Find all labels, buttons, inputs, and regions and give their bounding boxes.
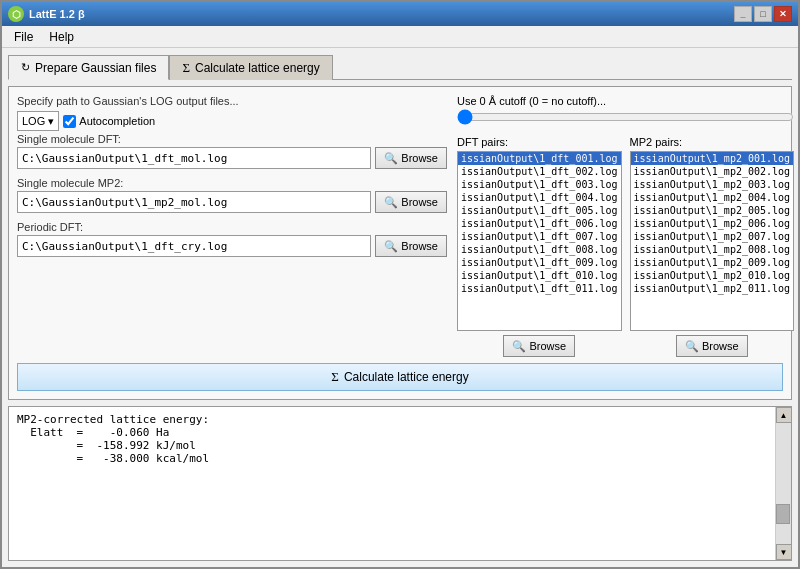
- mp2-list-item[interactable]: issianOutput\1_mp2_003.log: [631, 178, 794, 191]
- scroll-up-arrow[interactable]: ▲: [776, 407, 792, 423]
- dft-list-item[interactable]: issianOutput\1_dft_001.log: [458, 152, 621, 165]
- single-dft-browse-label: Browse: [401, 152, 438, 164]
- periodic-dft-browse-label: Browse: [401, 240, 438, 252]
- periodic-dft-browse-button[interactable]: 🔍 Browse: [375, 235, 447, 257]
- periodic-dft-label: Periodic DFT:: [17, 221, 447, 233]
- refresh-icon: ↻: [21, 61, 30, 74]
- search-icon-3: 🔍: [384, 240, 398, 253]
- mp2-pairs-browse-label: Browse: [702, 340, 739, 352]
- cutoff-section: Use 0 Å cutoff (0 = no cutoff)...: [457, 95, 794, 128]
- maximize-button[interactable]: □: [754, 6, 772, 22]
- mp2-list-item[interactable]: issianOutput\1_mp2_007.log: [631, 230, 794, 243]
- periodic-dft-input[interactable]: [17, 235, 371, 257]
- tab-prepare-label: Prepare Gaussian files: [35, 61, 156, 75]
- path-label: Specify path to Gaussian's LOG output fi…: [17, 95, 447, 107]
- autocompletion-checkbox-label[interactable]: Autocompletion: [63, 115, 155, 128]
- dft-browse-row: 🔍 Browse: [457, 335, 622, 357]
- minimize-button[interactable]: _: [734, 6, 752, 22]
- single-dft-browse-button[interactable]: 🔍 Browse: [375, 147, 447, 169]
- close-button[interactable]: ✕: [774, 6, 792, 22]
- mp2-browse-row: 🔍 Browse: [630, 335, 795, 357]
- scroll-down-arrow[interactable]: ▼: [776, 544, 792, 560]
- search-icon-2: 🔍: [384, 196, 398, 209]
- dft-list-item[interactable]: issianOutput\1_dft_009.log: [458, 256, 621, 269]
- output-scrollbar: ▲ ▼: [775, 407, 791, 560]
- single-mp2-group: Single molecule MP2: 🔍 Browse: [17, 177, 447, 213]
- single-mp2-input-row: 🔍 Browse: [17, 191, 447, 213]
- periodic-dft-group: Periodic DFT: 🔍 Browse: [17, 221, 447, 257]
- dft-list-item[interactable]: issianOutput\1_dft_011.log: [458, 282, 621, 295]
- autocompletion-checkbox[interactable]: [63, 115, 76, 128]
- dft-pairs-list[interactable]: issianOutput\1_dft_001.logissianOutput\1…: [457, 151, 622, 331]
- single-mp2-browse-button[interactable]: 🔍 Browse: [375, 191, 447, 213]
- mp2-list-item[interactable]: issianOutput\1_mp2_002.log: [631, 165, 794, 178]
- tab-calculate-label: Calculate lattice energy: [195, 61, 320, 75]
- dft-list-item[interactable]: issianOutput\1_dft_004.log: [458, 191, 621, 204]
- scrollbar-track[interactable]: [776, 423, 791, 544]
- calculate-sigma-icon: Σ: [331, 369, 339, 385]
- log-dropdown-label: LOG ▾: [22, 115, 54, 128]
- calculate-button[interactable]: Σ Calculate lattice energy: [17, 363, 783, 391]
- dft-list-item[interactable]: issianOutput\1_dft_003.log: [458, 178, 621, 191]
- left-section: Specify path to Gaussian's LOG output fi…: [17, 95, 447, 357]
- title-bar-title: ⬡ LattE 1.2 β: [8, 6, 85, 22]
- dft-pairs-browse-button[interactable]: 🔍 Browse: [503, 335, 575, 357]
- dft-list-item[interactable]: issianOutput\1_dft_008.log: [458, 243, 621, 256]
- dft-list-item[interactable]: issianOutput\1_dft_006.log: [458, 217, 621, 230]
- cutoff-label: Use 0 Å cutoff (0 = no cutoff)...: [457, 95, 794, 107]
- window-title: LattE 1.2 β: [29, 8, 85, 20]
- mp2-list-item[interactable]: issianOutput\1_mp2_004.log: [631, 191, 794, 204]
- output-area: MP2-corrected lattice energy: Elatt = -0…: [8, 406, 792, 561]
- dft-list-item[interactable]: issianOutput\1_dft_007.log: [458, 230, 621, 243]
- calculate-section: Σ Calculate lattice energy: [17, 363, 783, 391]
- title-bar-buttons: _ □ ✕: [734, 6, 792, 22]
- autocompletion-label: Autocompletion: [79, 115, 155, 127]
- prepare-panel: Specify path to Gaussian's LOG output fi…: [8, 86, 792, 400]
- mp2-pairs-group: MP2 pairs: issianOutput\1_mp2_001.logiss…: [630, 136, 795, 357]
- single-dft-group: Single molecule DFT: 🔍 Browse: [17, 133, 447, 169]
- menu-file[interactable]: File: [6, 28, 41, 46]
- mp2-list-item[interactable]: issianOutput\1_mp2_006.log: [631, 217, 794, 230]
- tab-bar: ↻ Prepare Gaussian files Σ Calculate lat…: [8, 54, 792, 80]
- mp2-list-item[interactable]: issianOutput\1_mp2_010.log: [631, 269, 794, 282]
- mp2-list-item[interactable]: issianOutput\1_mp2_005.log: [631, 204, 794, 217]
- output-text: MP2-corrected lattice energy: Elatt = -0…: [9, 407, 775, 560]
- dft-list-item[interactable]: issianOutput\1_dft_005.log: [458, 204, 621, 217]
- title-bar: ⬡ LattE 1.2 β _ □ ✕: [2, 2, 798, 26]
- main-content: ↻ Prepare Gaussian files Σ Calculate lat…: [2, 48, 798, 567]
- scrollbar-thumb[interactable]: [776, 504, 790, 524]
- single-mp2-input[interactable]: [17, 191, 371, 213]
- dft-pairs-browse-label: Browse: [529, 340, 566, 352]
- mp2-list-item[interactable]: issianOutput\1_mp2_011.log: [631, 282, 794, 295]
- log-dropdown[interactable]: LOG ▾: [17, 111, 59, 131]
- menu-help[interactable]: Help: [41, 28, 82, 46]
- tab-prepare[interactable]: ↻ Prepare Gaussian files: [8, 55, 169, 80]
- dft-list-item[interactable]: issianOutput\1_dft_002.log: [458, 165, 621, 178]
- tab-calculate[interactable]: Σ Calculate lattice energy: [169, 55, 332, 80]
- single-dft-label: Single molecule DFT:: [17, 133, 447, 145]
- mp2-list-item[interactable]: issianOutput\1_mp2_001.log: [631, 152, 794, 165]
- periodic-dft-input-row: 🔍 Browse: [17, 235, 447, 257]
- lists-section: DFT pairs: issianOutput\1_dft_001.logiss…: [457, 136, 794, 357]
- app-icon: ⬡: [8, 6, 24, 22]
- single-mp2-browse-label: Browse: [401, 196, 438, 208]
- search-icon: 🔍: [384, 152, 398, 165]
- mp2-pairs-list[interactable]: issianOutput\1_mp2_001.logissianOutput\1…: [630, 151, 795, 331]
- dft-pairs-group: DFT pairs: issianOutput\1_dft_001.logiss…: [457, 136, 622, 357]
- mp2-list-item[interactable]: issianOutput\1_mp2_008.log: [631, 243, 794, 256]
- mp2-pairs-browse-button[interactable]: 🔍 Browse: [676, 335, 748, 357]
- path-row: LOG ▾ Autocompletion: [17, 111, 447, 131]
- dft-pairs-label: DFT pairs:: [457, 136, 622, 148]
- single-dft-input[interactable]: [17, 147, 371, 169]
- single-mp2-label: Single molecule MP2:: [17, 177, 447, 189]
- single-dft-input-row: 🔍 Browse: [17, 147, 447, 169]
- mp2-list-item[interactable]: issianOutput\1_mp2_009.log: [631, 256, 794, 269]
- cutoff-slider[interactable]: [457, 109, 794, 125]
- mp2-pairs-label: MP2 pairs:: [630, 136, 795, 148]
- sigma-icon: Σ: [182, 60, 190, 76]
- dft-list-item[interactable]: issianOutput\1_dft_010.log: [458, 269, 621, 282]
- right-section: Use 0 Å cutoff (0 = no cutoff)... DFT pa…: [457, 95, 794, 357]
- search-icon-4: 🔍: [512, 340, 526, 353]
- menu-bar: File Help: [2, 26, 798, 48]
- panel-top: Specify path to Gaussian's LOG output fi…: [17, 95, 783, 357]
